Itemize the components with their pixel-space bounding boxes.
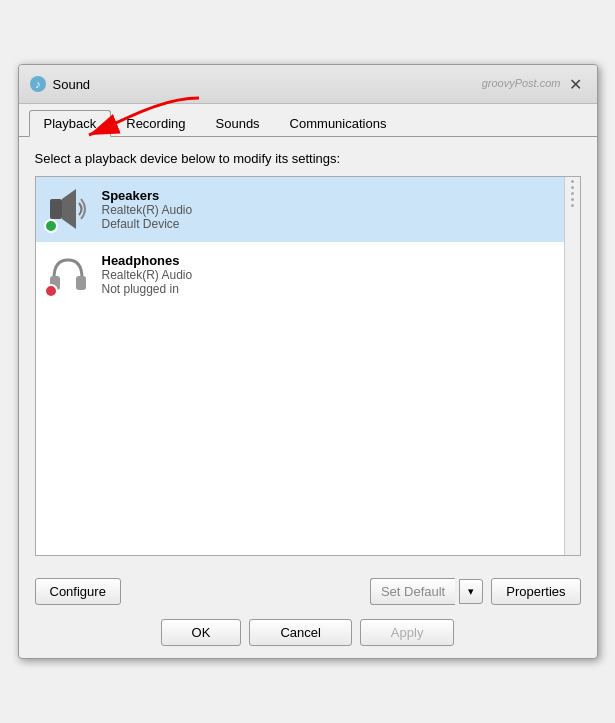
title-bar: ♪ Sound groovyPost.com ✕ [19,65,597,104]
speakers-status: Default Device [102,217,193,231]
headphones-status-dot [44,284,58,298]
tab-communications[interactable]: Communications [275,110,402,137]
device-item-speakers[interactable]: Speakers Realtek(R) Audio Default Device [36,177,580,242]
tab-playback[interactable]: Playback [29,110,112,137]
instruction-text: Select a playback device below to modify… [35,151,581,166]
tab-sounds[interactable]: Sounds [201,110,275,137]
set-default-button[interactable]: Set Default [370,578,455,605]
tab-content: Select a playback device below to modify… [19,137,597,570]
scroll-dots [565,177,580,210]
dialog-footer: OK Cancel Apply [19,613,597,658]
close-button[interactable]: ✕ [565,73,587,95]
properties-button[interactable]: Properties [491,578,580,605]
window-title: Sound [53,77,91,92]
headphones-name: Headphones [102,253,193,268]
speakers-driver: Realtek(R) Audio [102,203,193,217]
tabs-bar: Playback Recording Sounds Communications [19,104,597,137]
tab-recording[interactable]: Recording [111,110,200,137]
headphones-driver: Realtek(R) Audio [102,268,193,282]
speakers-info: Speakers Realtek(R) Audio Default Device [102,188,193,231]
cancel-button[interactable]: Cancel [249,619,351,646]
headphones-info: Headphones Realtek(R) Audio Not plugged … [102,253,193,296]
apply-button[interactable]: Apply [360,619,455,646]
sound-dialog: ♪ Sound groovyPost.com ✕ Playback Record… [18,64,598,659]
watermark-text: groovyPost.com [482,77,561,89]
headphones-icon-wrap [44,250,92,298]
svg-text:♪: ♪ [35,78,41,90]
speakers-icon-wrap [44,185,92,233]
device-list[interactable]: Speakers Realtek(R) Audio Default Device [35,176,581,556]
svg-rect-6 [76,276,86,290]
set-default-arrow-button[interactable]: ▾ [459,579,483,604]
sound-icon: ♪ [29,75,47,93]
ok-button[interactable]: OK [161,619,242,646]
speakers-name: Speakers [102,188,193,203]
device-action-buttons: Configure Set Default ▾ Properties [19,570,597,613]
speakers-status-dot [44,219,58,233]
configure-button[interactable]: Configure [35,578,121,605]
svg-rect-3 [50,199,62,219]
device-item-headphones[interactable]: Headphones Realtek(R) Audio Not plugged … [36,242,580,307]
headphones-status: Not plugged in [102,282,193,296]
title-bar-left: ♪ Sound [29,75,91,93]
svg-marker-4 [62,189,76,229]
title-bar-controls: groovyPost.com ✕ [565,73,587,95]
scrollbar[interactable] [564,177,580,555]
